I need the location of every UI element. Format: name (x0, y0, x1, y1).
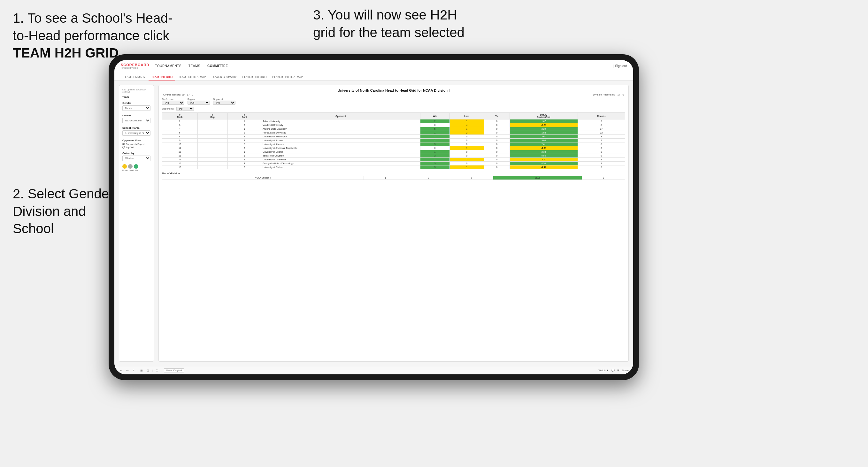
out-div-loss: 0 (407, 176, 450, 180)
col-tie: Tie (484, 113, 509, 120)
annotation-1-bold: TEAM H2H GRID (13, 45, 119, 60)
opponent-view-radio-group: Opponents Played Top 100 (122, 143, 151, 149)
out-of-division-section: Out of division NCAA Division II 1 0 0 2… (162, 172, 625, 180)
logo-text: SCOREBOARD (121, 63, 149, 67)
tab-player-h2h-grid[interactable]: PLAYER H2H GRID (240, 74, 269, 81)
radio-opponents-label: Opponents Played (126, 143, 145, 145)
opponents-select[interactable]: (All) (176, 107, 194, 111)
filter-conference-select[interactable]: (All) (162, 101, 184, 105)
out-of-division-table: NCAA Division II 1 0 0 26.00 3 (162, 176, 625, 180)
colour-by-label: Colour by (122, 152, 151, 155)
out-of-division-label: Out of division (162, 172, 625, 175)
division-record: Division Record: 88 - 17 - 0 (593, 93, 624, 96)
table-row: 154Georgia Institute of Technology5004.5… (162, 162, 625, 165)
sign-out-button[interactable]: | Sign out (613, 64, 627, 68)
grid-area: University of North Carolina Head-to-Hea… (158, 85, 629, 362)
nav-bar: SCOREBOARD Powered by clippi TOURNAMENTS… (114, 60, 633, 72)
tablet-device: SCOREBOARD Powered by clippi TOURNAMENTS… (108, 54, 639, 380)
table-header-row: #Rank #Reg #Conf Opponent Win Loss Tie D… (162, 113, 625, 120)
toolbar-watch[interactable]: Watch ▼ (598, 369, 609, 372)
tab-player-h2h-heatmap[interactable]: PLAYER H2H HEATMAP (270, 74, 305, 81)
table-row: 62Florida State University1201.8312 (162, 131, 625, 135)
nav-tournaments[interactable]: TOURNAMENTS (155, 64, 182, 68)
annotation-2-line2: Division and (13, 204, 86, 219)
toolbar-share[interactable]: Share (622, 369, 629, 372)
timestamp-time: 16:55:38 (122, 91, 151, 93)
out-div-win: 1 (364, 176, 407, 180)
toolbar-view-original[interactable]: View: Original (164, 368, 184, 372)
swatch-label-up: Up (135, 169, 138, 172)
out-div-name: NCAA Division II (162, 176, 364, 180)
col-diff: Diff AvStrokes/Rnd (509, 113, 578, 120)
toolbar-paste[interactable]: ⊡ (146, 369, 150, 372)
data-table: #Rank #Reg #Conf Opponent Win Loss Tie D… (162, 113, 625, 169)
col-loss: Loss (450, 113, 484, 120)
filter-region: Region (All) (188, 98, 210, 105)
grid-records: Overall Record: 89 - 17 - 0 Division Rec… (162, 93, 625, 96)
gender-select[interactable]: Men's (122, 105, 151, 111)
sidebar-division-section: Division NCAA Division I (122, 114, 151, 123)
toolbar-copy[interactable]: ⊞ (139, 369, 144, 372)
table-row: 105University of Alabama3002.618 (162, 143, 625, 146)
radio-opponents-played[interactable]: Opponents Played (122, 143, 151, 145)
toolbar-comment[interactable]: 💬 (612, 369, 615, 372)
sub-nav: TEAM SUMMARY TEAM H2H GRID TEAM H2H HEAT… (114, 72, 633, 81)
team-label: Team (122, 95, 151, 98)
sidebar-team-section: Team (122, 95, 151, 98)
division-select[interactable]: NCAA Division I (122, 118, 151, 123)
filter-region-label: Region (188, 98, 210, 100)
sidebar-timestamp: Last Updated: 27/03/2024 16:55:38 (122, 89, 151, 93)
tab-player-summary[interactable]: PLAYER SUMMARY (209, 74, 239, 81)
division-label: Division (122, 114, 151, 117)
toolbar-forward[interactable]: ⟩ (132, 369, 135, 372)
logo: SCOREBOARD Powered by clippi (121, 63, 149, 69)
radio-top100[interactable]: Top 100 (122, 146, 151, 149)
toolbar-grid-icon[interactable]: ⊞ (617, 369, 619, 372)
col-rank: #Rank (162, 113, 198, 120)
sidebar-opponent-view-section: Opponent View Opponents Played Top 100 (122, 139, 151, 149)
radio-top100-label: Top 100 (126, 146, 134, 149)
toolbar-sep3: | (161, 369, 162, 372)
annotation-3-line1: 3. You will now see H2H (313, 7, 457, 22)
filters-row: Conference (All) Region (All) Opponent (162, 98, 625, 105)
sidebar-school-section: School (Rank) 1. University of Nort... (122, 126, 151, 136)
opponent-view-label: Opponent View (122, 139, 151, 142)
annotation-1-line2: to-Head performance click (13, 28, 169, 43)
sidebar-gender-section: Gender Men's (122, 101, 151, 111)
nav-teams[interactable]: TEAMS (188, 64, 200, 68)
filter-opponent-select[interactable]: (All) (213, 101, 236, 105)
main-content: Last Updated: 27/03/2024 16:55:38 Team G… (114, 81, 633, 366)
out-div-diff: 26.00 (493, 176, 582, 180)
tab-team-h2h-grid[interactable]: TEAM H2H GRID (149, 74, 175, 81)
filter-region-select[interactable]: (All) (188, 101, 210, 105)
logo-sub-text: Powered by clippi (121, 67, 149, 69)
radio-dot-opponents (122, 143, 125, 145)
nav-committee[interactable]: COMMITTEE (207, 64, 228, 68)
swatch-label-level: Level (129, 169, 134, 172)
tab-team-summary[interactable]: TEAM SUMMARY (121, 74, 148, 81)
table-row: 116University of Arkansas, Fayetteville0… (162, 146, 625, 150)
col-conf: #Conf (227, 113, 261, 120)
tab-team-h2h-heatmap[interactable]: TEAM H2H HEATMAP (176, 74, 208, 81)
tablet-screen: SCOREBOARD Powered by clippi TOURNAMENTS… (114, 60, 633, 374)
colour-by-select[interactable]: Win/loss (122, 156, 151, 161)
table-row: 21Auburn University2101.679 (162, 120, 625, 123)
swatch-down (122, 164, 127, 169)
school-select[interactable]: 1. University of Nort... (122, 130, 151, 136)
out-div-rounds: 3 (582, 176, 625, 180)
annotation-2-line1: 2. Select Gender, (13, 186, 117, 201)
toolbar-undo[interactable]: ↩ (119, 369, 123, 372)
col-reg: #Reg (197, 113, 227, 120)
table-row: 82University of Washington1003.673 (162, 135, 625, 138)
toolbar-redo[interactable]: ↪ (125, 369, 130, 372)
out-div-row: NCAA Division II 1 0 0 26.00 3 (162, 176, 625, 180)
nav-links: TOURNAMENTS TEAMS COMMITTEE (155, 64, 228, 68)
toolbar-clock[interactable]: ⏱ (155, 369, 159, 372)
colour-swatches (122, 164, 151, 169)
annotation-1-line1: 1. To see a School's Head- (13, 10, 173, 26)
table-row: 32Vanderbilt University040-2.298 (162, 123, 625, 127)
col-win: Win (420, 113, 450, 120)
annotation-3-line2: grid for the team selected (313, 25, 465, 40)
school-label: School (Rank) (122, 126, 151, 129)
grid-title: University of North Carolina Head-to-Hea… (162, 89, 625, 92)
